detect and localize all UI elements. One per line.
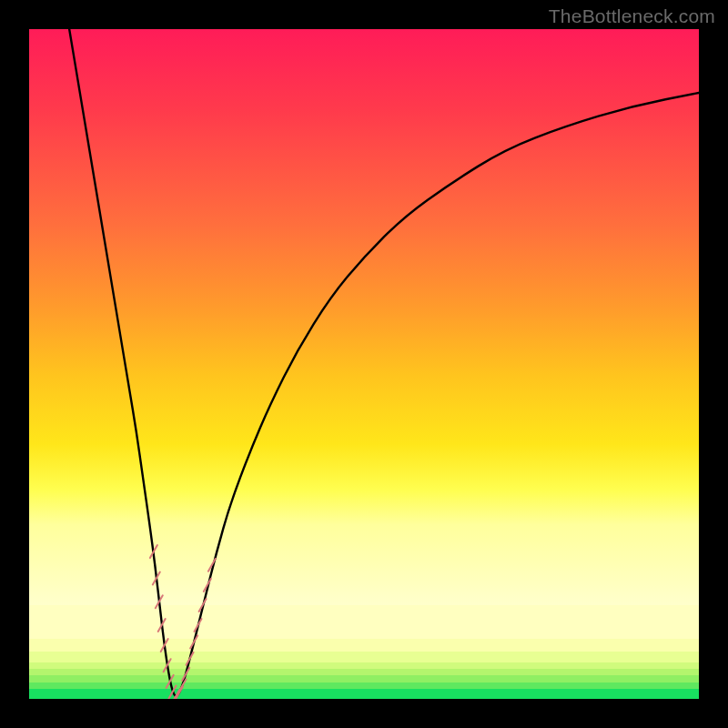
curve-layer bbox=[29, 29, 699, 699]
data-point bbox=[187, 652, 194, 665]
chart-frame: TheBottleneck.com bbox=[0, 0, 728, 728]
data-point-markers bbox=[150, 545, 216, 699]
watermark-text: TheBottleneck.com bbox=[549, 5, 715, 27]
bottleneck-curve bbox=[69, 29, 699, 696]
plot-area bbox=[29, 29, 699, 699]
